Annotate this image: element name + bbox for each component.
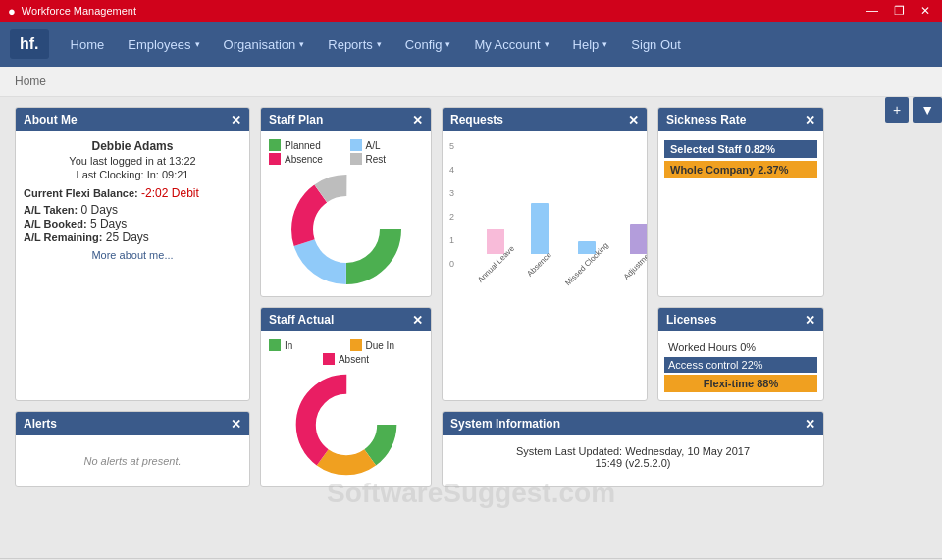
due-in-dot [350, 339, 362, 351]
about-me-widget: About Me ✕ Debbie Adams You last logged … [15, 107, 250, 401]
organisation-caret: ▾ [299, 39, 304, 49]
y-axis: 5 4 3 2 1 0 [449, 141, 454, 269]
help-caret: ▾ [602, 39, 607, 49]
selected-staff-bar: Selected Staff 0.82% [664, 140, 817, 158]
legend-al: A/L [350, 139, 424, 151]
svg-point-8 [321, 399, 371, 449]
last-logged-in: You last logged in at 13:22 [24, 155, 241, 167]
last-clocking: Last Clocking: In: 09:21 [24, 169, 241, 180]
staff-actual-close[interactable]: ✕ [412, 314, 423, 327]
sickness-rate-widget: Sickness Rate ✕ Selected Staff 0.82% Who… [657, 107, 824, 297]
planned-dot [269, 139, 281, 151]
nav-reports[interactable]: Reports ▾ [316, 22, 393, 67]
sickness-rate-body: Selected Staff 0.82% Whole Company 2.37% [658, 131, 823, 187]
about-me-title: About Me [24, 113, 78, 127]
nav-help[interactable]: Help ▾ [561, 22, 620, 67]
licenses-header: Licenses ✕ [658, 308, 823, 331]
sickness-rate-header: Sickness Rate ✕ [658, 108, 823, 131]
legend-absent: Absent [269, 353, 423, 365]
staff-plan-body: Planned A/L Absence Rest [261, 131, 431, 296]
licenses-title: Licenses [666, 313, 716, 327]
requests-header: Requests ✕ [443, 108, 647, 131]
flexi-time-item: Flexi-time 88% [664, 375, 817, 392]
worked-hours-item: Worked Hours 0% [664, 339, 817, 355]
nav-signout[interactable]: Sign Out [619, 22, 693, 67]
system-info-header: System Information ✕ [443, 412, 823, 435]
bar-annual-leave: Annual Leave [472, 229, 520, 269]
alerts-header: Alerts ✕ [16, 412, 249, 435]
myaccount-caret: ▾ [545, 39, 550, 49]
alerts-body: No alerts at present. [16, 435, 249, 486]
licenses-body: Worked Hours 0% Access control 22% Flexi… [658, 331, 823, 400]
about-me-body: Debbie Adams You last logged in at 13:22… [16, 131, 249, 269]
staff-plan-header: Staff Plan ✕ [261, 108, 431, 131]
dashboard-grid: About Me ✕ Debbie Adams You last logged … [15, 107, 927, 487]
flexi-balance-row: Current Flexi Balance: -2:02 Debit [24, 186, 241, 200]
system-info-widget: System Information ✕ System Last Updated… [442, 411, 824, 487]
requests-close[interactable]: ✕ [628, 114, 639, 127]
system-info-title: System Information [450, 417, 560, 431]
legend-due-in: Due In [350, 339, 424, 351]
staff-plan-close[interactable]: ✕ [412, 114, 423, 127]
legend-absence: Absence [269, 153, 342, 165]
alerts-close[interactable]: ✕ [231, 418, 241, 431]
staff-plan-legend: Planned A/L Absence Rest [269, 139, 423, 165]
requests-body: 5 4 3 2 1 0 Annual Leave [443, 131, 647, 308]
title-bar: ● Workforce Management — ❐ ✕ [0, 0, 942, 22]
whole-company-bar: Whole Company 2.37% [664, 161, 817, 178]
about-me-close[interactable]: ✕ [231, 114, 241, 127]
licenses-close[interactable]: ✕ [805, 314, 815, 327]
title-bar-controls: — ❐ ✕ [863, 4, 934, 18]
system-info-body: System Last Updated: Wednesday, 10 May 2… [443, 435, 823, 479]
nav-config[interactable]: Config ▾ [393, 22, 463, 67]
brand-logo[interactable]: hf. [10, 29, 49, 59]
al-dot [350, 139, 362, 151]
sickness-rate-title: Sickness Rate [666, 113, 746, 127]
about-me-header: About Me ✕ [16, 108, 249, 131]
system-info-line1: System Last Updated: Wednesday, 10 May 2… [452, 445, 813, 457]
bar-absence: Absence [524, 203, 554, 269]
more-about-link[interactable]: More about me... [24, 249, 241, 261]
staff-plan-widget: Staff Plan ✕ Planned A/L Absence [260, 107, 432, 297]
in-dot [269, 339, 281, 351]
bars-area: Annual Leave Absence Missed Clocking [472, 141, 637, 269]
main-content: + ▼ About Me ✕ Debbie Adams You last log… [0, 97, 942, 548]
staff-actual-widget: Staff Actual ✕ In Due In Absent [260, 307, 432, 487]
bar-missed-clocking: Missed Clocking [558, 241, 615, 269]
system-info-close[interactable]: ✕ [805, 418, 815, 431]
legend-planned: Planned [269, 139, 342, 151]
system-info-line2: 15:49 (v2.5.2.0) [452, 457, 813, 469]
close-button[interactable]: ✕ [916, 4, 934, 18]
config-caret: ▾ [445, 39, 450, 49]
staff-actual-donut [292, 371, 400, 479]
staff-actual-legend: In Due In Absent [269, 339, 423, 365]
requests-bar-chart: 5 4 3 2 1 0 Annual Leave [447, 136, 642, 303]
user-name: Debbie Adams [24, 139, 241, 153]
employees-caret: ▾ [195, 39, 200, 49]
navbar: hf. Home Employees ▾ Organisation ▾ Repo… [0, 22, 942, 67]
legend-in: In [269, 339, 342, 351]
alerts-message: No alerts at present. [83, 455, 181, 467]
absent-dot [323, 353, 335, 365]
breadcrumb: Home [0, 67, 942, 97]
nav-home[interactable]: Home [59, 22, 117, 67]
nav-employees[interactable]: Employees ▾ [116, 22, 211, 67]
nav-myaccount[interactable]: My Account ▾ [462, 22, 560, 67]
rest-dot [350, 153, 362, 165]
alerts-widget: Alerts ✕ No alerts at present. [15, 411, 250, 487]
access-control-item: Access control 22% [664, 357, 817, 373]
staff-actual-title: Staff Actual [269, 313, 334, 327]
staff-plan-title: Staff Plan [269, 113, 323, 127]
minimize-button[interactable]: — [863, 4, 882, 18]
reports-caret: ▾ [377, 39, 382, 49]
nav-organisation[interactable]: Organisation ▾ [212, 22, 317, 67]
al-remaining-row: A/L Remaining: 25 Days [24, 230, 241, 244]
requests-widget: Requests ✕ 5 4 3 2 1 0 [442, 107, 648, 401]
app-icon: ● [8, 4, 16, 19]
maximize-button[interactable]: ❐ [890, 4, 909, 18]
staff-actual-header: Staff Actual ✕ [261, 308, 431, 331]
al-taken-row: A/L Taken: 0 Days [24, 203, 241, 217]
title-bar-left: ● Workforce Management [8, 4, 136, 19]
staff-actual-body: In Due In Absent [261, 331, 431, 486]
sickness-rate-close[interactable]: ✕ [805, 114, 815, 127]
